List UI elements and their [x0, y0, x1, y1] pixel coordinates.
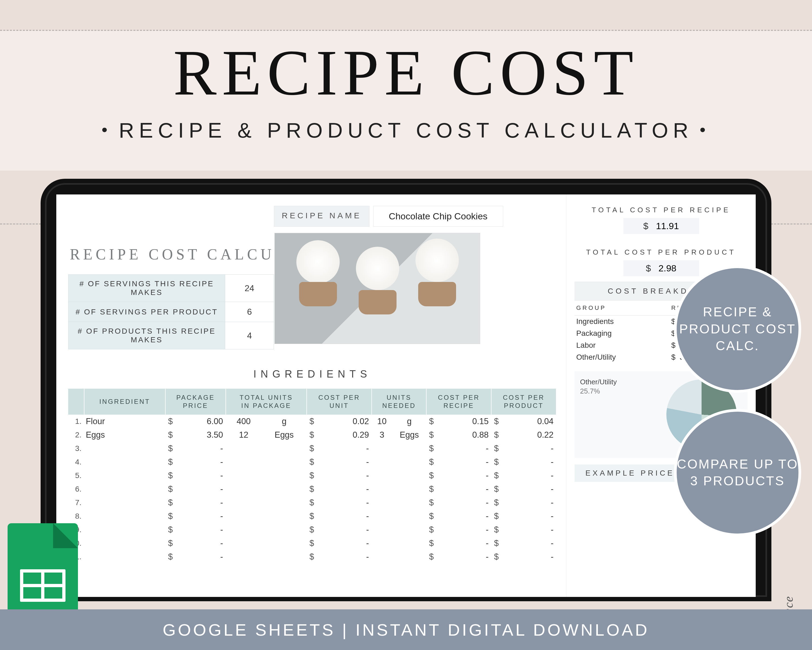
h-cost-product: COST PERPRODUCT	[491, 388, 556, 414]
ingredient-row[interactable]: 9. $- $- $- $-	[68, 523, 556, 537]
h-ingredient: INGREDIENT	[84, 388, 165, 414]
total-per-recipe-label: TOTAL COST PER RECIPE	[575, 206, 748, 214]
ingredient-row[interactable]: 1. Flour $6.00 400 g $0.02 10 g $0.15 $0…	[68, 414, 556, 428]
h-pkg-price: PACKAGEPRICE	[165, 388, 226, 414]
pie-slice-pct: 25.7%	[580, 387, 600, 395]
spreadsheet-screen: RECIPE NAME Chocolate Chip Cookies RECIP…	[56, 194, 756, 597]
ingredients-heading: INGREDIENTS	[68, 369, 557, 380]
servings-table: # OF SERVINGS THIS RECIPE MAKES24# OF SE…	[68, 274, 274, 349]
servings-value[interactable]: 6	[225, 302, 274, 322]
ingredient-row[interactable]: 4. $- $- $- $-	[68, 455, 556, 469]
h-units-needed: UNITSNEEDED	[372, 388, 426, 414]
servings-label: # OF SERVINGS THIS RECIPE MAKES	[69, 275, 225, 302]
ingredients-table: INGREDIENT PACKAGEPRICE TOTAL UNITSIN PA…	[68, 388, 557, 564]
servings-label: # OF PRODUCTS THIS RECIPE MAKES	[69, 322, 225, 349]
ingredient-row[interactable]: 11. $- $- $- $-	[68, 550, 556, 564]
badge-compare: COMPARE UP TO 3 PRODUCTS	[674, 409, 801, 536]
servings-value[interactable]: 4	[225, 322, 274, 349]
ingredient-row[interactable]: 2. Eggs $3.50 12 Eggs $0.29 3 Eggs $0.88…	[68, 428, 556, 442]
h-cost-recipe: COST PERRECIPE	[426, 388, 491, 414]
total-per-recipe-value: $11.91	[623, 218, 699, 234]
ingredient-row[interactable]: 5. $- $- $- $-	[68, 469, 556, 482]
breakdown-col-group: GROUP	[575, 301, 670, 315]
pie-slice-label: Other/Utility	[580, 378, 617, 386]
hero: RECIPE COST •RECIPE & PRODUCT COST CALCU…	[0, 35, 812, 143]
h-cost-unit: COST PERUNIT	[307, 388, 372, 414]
ingredient-row[interactable]: 7. $- $- $- $-	[68, 496, 556, 509]
recipe-name-label: RECIPE NAME	[274, 206, 369, 227]
google-sheets-icon	[8, 523, 78, 615]
recipe-photo	[275, 233, 480, 344]
footer-banner: GOOGLE SHEETS | INSTANT DIGITAL DOWNLOAD	[0, 609, 812, 650]
example-price-label: EXAMPLE PRICE	[575, 465, 685, 482]
total-per-product-label: TOTAL COST PER PRODUCT	[575, 248, 748, 257]
ingredient-row[interactable]: 6. $- $- $- $-	[68, 482, 556, 496]
badge-cost-calc: RECIPE & PRODUCT COST CALC.	[674, 265, 801, 393]
h-units-pkg: TOTAL UNITSIN PACKAGE	[226, 388, 307, 414]
ingredient-row[interactable]: 10. $- $- $- $-	[68, 537, 556, 550]
ingredient-row[interactable]: 8. $- $- $- $-	[68, 509, 556, 523]
servings-value[interactable]: 24	[225, 275, 274, 302]
hero-title: RECIPE COST	[0, 35, 812, 110]
hero-subtitle: •RECIPE & PRODUCT COST CALCULATOR•	[0, 118, 812, 143]
servings-label: # OF SERVINGS PER PRODUCT	[69, 302, 225, 322]
total-per-product-value: $2.98	[623, 260, 699, 276]
recipe-name-input[interactable]: Chocolate Chip Cookies	[373, 206, 503, 227]
ingredient-row[interactable]: 3. $- $- $- $-	[68, 442, 556, 455]
monitor-frame: RECIPE NAME Chocolate Chip Cookies RECIP…	[41, 179, 771, 601]
